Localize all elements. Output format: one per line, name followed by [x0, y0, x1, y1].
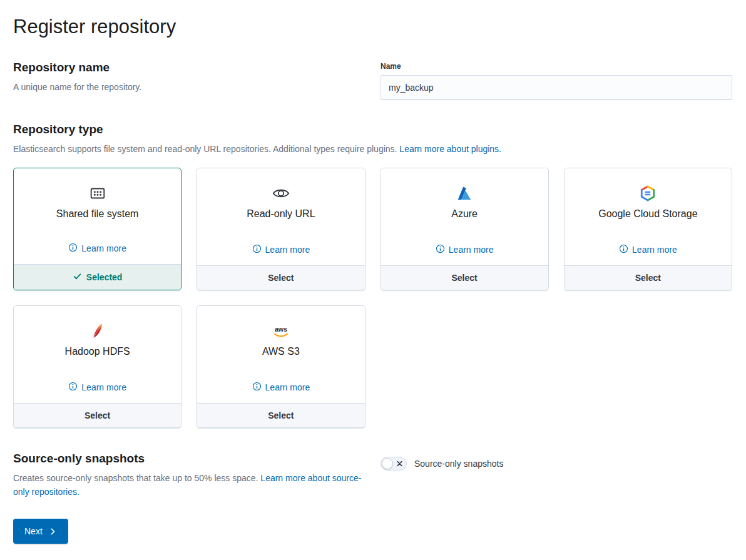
info-icon	[68, 243, 78, 254]
repo-type-card-shared-file-system[interactable]: Shared file system Learn more Selected	[13, 168, 181, 290]
source-only-toggle-label: Source-only snapshots	[414, 459, 503, 469]
learn-more-label: Learn more	[449, 245, 494, 255]
google-cloud-storage-icon	[638, 183, 657, 203]
card-footer-label: Selected	[86, 272, 123, 282]
card-footer-label: Select	[635, 273, 661, 283]
card-title: Azure	[451, 208, 478, 220]
eye-icon	[272, 183, 290, 203]
learn-more-label: Learn more	[81, 382, 126, 392]
source-only-toggle-row: Source-only snapshots	[381, 452, 732, 471]
repo-type-card-read-only-url[interactable]: Read-only URL Learn more Select	[197, 168, 365, 290]
learn-more-link[interactable]: Learn more	[252, 372, 310, 393]
repository-name-heading: Repository name	[13, 61, 367, 74]
repository-name-group: Repository name A unique name for the re…	[13, 61, 732, 100]
svg-text:aws: aws	[275, 325, 287, 333]
cross-icon	[397, 461, 402, 466]
card-body: Hadoop HDFS Learn more	[14, 306, 181, 403]
learn-more-plugins-link[interactable]: Learn more about plugins.	[399, 144, 501, 154]
learn-more-link[interactable]: Learn more	[619, 234, 677, 255]
repository-name-input[interactable]	[381, 75, 732, 100]
card-title: AWS S3	[262, 346, 300, 357]
source-only-snapshots-group: Source-only snapshots Creates source-onl…	[13, 452, 732, 499]
info-icon	[252, 244, 262, 255]
learn-more-link[interactable]: Learn more	[436, 234, 494, 255]
card-body: Read-only URL Learn more	[197, 168, 364, 265]
check-icon	[73, 272, 82, 283]
card-footer-label: Select	[452, 273, 478, 283]
source-only-description-text: Creates source-only snapshots that take …	[13, 473, 258, 483]
card-footer-label: Select	[84, 410, 110, 420]
card-footer-select[interactable]: Select	[14, 403, 181, 427]
chevron-right-icon	[49, 527, 57, 536]
card-footer-label: Select	[268, 273, 294, 283]
info-icon	[68, 382, 78, 393]
source-only-toggle[interactable]	[381, 457, 407, 471]
storage-icon	[88, 183, 107, 203]
info-icon	[436, 244, 445, 255]
learn-more-link[interactable]: Learn more	[68, 372, 126, 393]
learn-more-label: Learn more	[81, 243, 126, 253]
card-body: Shared file system Learn more	[14, 168, 181, 264]
card-body: Google Cloud Storage Learn more	[565, 168, 732, 265]
repo-type-card-aws-s3[interactable]: aws AWS S3 Learn more Select	[197, 305, 365, 428]
learn-more-label: Learn more	[265, 245, 310, 255]
learn-more-link[interactable]: Learn more	[68, 233, 126, 254]
azure-icon	[455, 183, 474, 203]
card-footer-select[interactable]: Select	[565, 265, 732, 290]
source-only-description: Creates source-only snapshots that take …	[13, 472, 367, 499]
card-title: Hadoop HDFS	[65, 346, 130, 357]
learn-more-label: Learn more	[632, 245, 677, 255]
card-footer-label: Select	[268, 410, 294, 420]
source-only-heading: Source-only snapshots	[13, 452, 367, 466]
card-footer-select[interactable]: Select	[197, 403, 364, 427]
repository-type-header: Repository type Elasticsearch supports f…	[13, 123, 732, 156]
card-body: aws AWS S3 Learn more	[197, 306, 364, 403]
page-title: Register repository	[13, 15, 732, 38]
card-body: Azure Learn more	[381, 168, 548, 265]
card-footer-select[interactable]: Select	[381, 265, 548, 290]
repository-type-card-grid: Shared file system Learn more Selected R…	[13, 168, 732, 428]
repository-type-description-text: Elasticsearch supports file system and r…	[13, 144, 397, 154]
toggle-thumb-icon	[382, 458, 393, 469]
info-icon	[252, 382, 262, 393]
repository-type-description: Elasticsearch supports file system and r…	[13, 143, 732, 156]
card-footer-select[interactable]: Select	[197, 265, 364, 290]
repo-type-card-google-cloud-storage[interactable]: Google Cloud Storage Learn more Select	[564, 168, 732, 290]
info-icon	[619, 244, 628, 255]
aws-icon: aws	[271, 321, 291, 341]
name-field-label: Name	[381, 62, 732, 71]
card-footer-selected[interactable]: Selected	[14, 264, 181, 290]
learn-more-label: Learn more	[265, 382, 310, 392]
card-title: Shared file system	[56, 208, 139, 220]
next-button[interactable]: Next	[13, 519, 68, 544]
repository-type-heading: Repository type	[13, 123, 732, 136]
repo-type-card-hadoop-hdfs[interactable]: Hadoop HDFS Learn more Select	[13, 305, 181, 428]
repository-name-description: A unique name for the repository.	[13, 81, 367, 94]
next-button-label: Next	[24, 526, 43, 536]
learn-more-link[interactable]: Learn more	[252, 234, 310, 255]
repo-type-card-azure[interactable]: Azure Learn more Select	[381, 168, 549, 290]
card-title: Google Cloud Storage	[598, 208, 697, 220]
card-title: Read-only URL	[247, 208, 315, 220]
hadoop-feather-icon	[88, 321, 107, 341]
